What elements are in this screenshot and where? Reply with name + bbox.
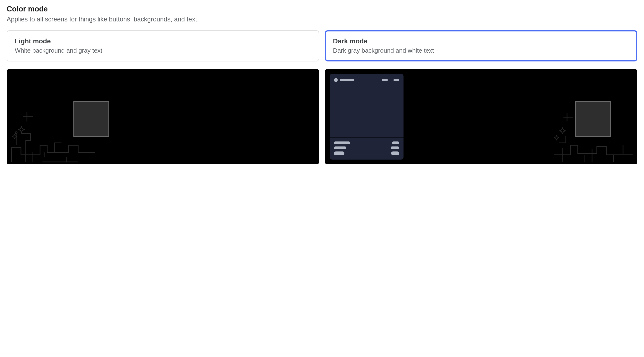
mock-line-placeholder (392, 141, 399, 144)
mock-body (330, 82, 404, 137)
mock-header (330, 74, 404, 82)
mock-action-placeholder (382, 79, 388, 81)
preview-row (7, 69, 637, 164)
mock-title-placeholder (340, 79, 354, 81)
section-subtitle: Applies to all screens for things like b… (7, 16, 637, 23)
mock-line-placeholder (391, 146, 399, 149)
preview-light-mode (7, 69, 319, 164)
preview-dark-mode (325, 69, 637, 164)
mock-line-placeholder (334, 146, 346, 149)
option-dark-description: Dark gray background and white text (333, 47, 629, 54)
mock-button-placeholder (391, 151, 399, 155)
mock-line-placeholder (334, 141, 350, 144)
preview-placeholder-icon (74, 101, 109, 137)
mock-action-placeholder (394, 79, 399, 81)
mock-button-placeholder (334, 151, 344, 155)
mock-footer (330, 138, 404, 160)
option-light-title: Light mode (15, 37, 311, 45)
option-dark-mode[interactable]: Dark mode Dark gray background and white… (325, 30, 637, 61)
svg-point-0 (15, 132, 17, 134)
section-title: Color mode (7, 5, 637, 13)
mock-app-panel (330, 74, 404, 160)
mock-avatar-icon (334, 78, 338, 82)
option-light-mode[interactable]: Light mode White background and gray tex… (7, 30, 319, 61)
preview-placeholder-icon (575, 101, 611, 137)
option-dark-title: Dark mode (333, 37, 629, 45)
option-light-description: White background and gray text (15, 47, 311, 54)
color-mode-options: Light mode White background and gray tex… (7, 30, 637, 61)
